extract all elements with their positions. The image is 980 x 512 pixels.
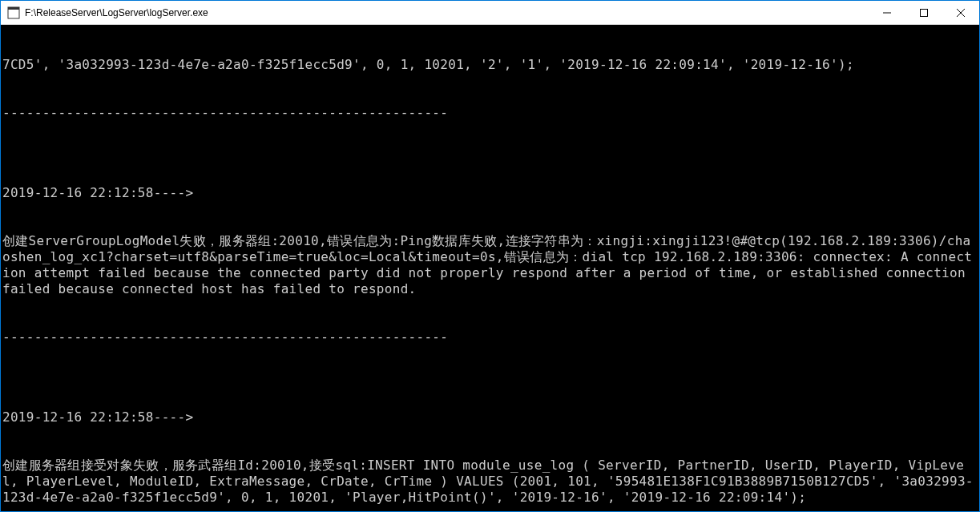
console-line: 2019-12-16 22:12:58---->: [2, 409, 978, 425]
maximize-button[interactable]: [905, 1, 942, 24]
svg-rect-1: [8, 7, 19, 10]
console-line: 创建服务器组接受对象失败，服务武器组Id:20010,接受sql:INSERT …: [2, 458, 978, 506]
console-line: ----------------------------------------…: [2, 105, 978, 121]
window-title: F:\ReleaseServer\LogServer\logServer.exe: [25, 7, 869, 18]
console-line: 7CD5', '3a032993-123d-4e7e-a2a0-f325f1ec…: [2, 57, 978, 73]
svg-rect-3: [921, 9, 928, 16]
console-output[interactable]: 7CD5', '3a032993-123d-4e7e-a2a0-f325f1ec…: [1, 25, 979, 511]
minimize-button[interactable]: [869, 1, 905, 24]
close-button[interactable]: [942, 1, 979, 24]
app-icon: [7, 6, 20, 19]
console-line: ----------------------------------------…: [2, 329, 978, 345]
console-line: 2019-12-16 22:12:58---->: [2, 185, 978, 201]
window-controls: [869, 1, 979, 24]
console-line: 创建ServerGroupLogModel失败，服务器组:20010,错误信息为…: [2, 233, 978, 297]
titlebar[interactable]: F:\ReleaseServer\LogServer\logServer.exe: [1, 1, 979, 25]
